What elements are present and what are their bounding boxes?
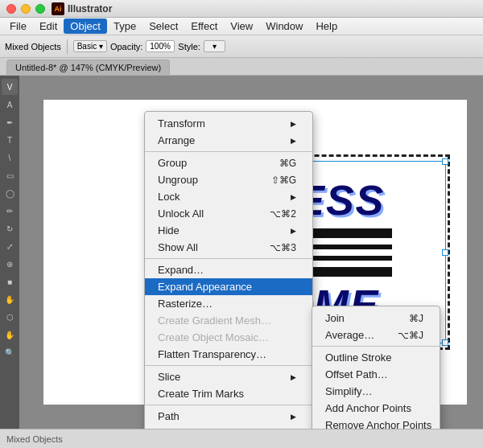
- join-shortcut: ⌘J: [409, 313, 423, 324]
- close-button[interactable]: [6, 4, 16, 14]
- unlock-all-label: Unlock All: [158, 208, 204, 220]
- menu-path[interactable]: Path: [145, 408, 312, 425]
- doc-tab-bar: Untitled-8* @ 147% (CMYK/Preview): [0, 58, 483, 76]
- path-offset-path[interactable]: Offset Path…: [312, 366, 440, 383]
- artboard-tool[interactable]: ⬡: [2, 309, 18, 325]
- gradient-tool[interactable]: ■: [2, 273, 18, 290]
- menu-effect[interactable]: Effect: [184, 18, 224, 34]
- mixed-objects-label: Mixed Objects: [5, 42, 61, 51]
- doc-tab[interactable]: Untitled-8* @ 147% (CMYK/Preview): [6, 60, 170, 75]
- sep2: [145, 258, 312, 259]
- menu-flatten-transparency[interactable]: Flatten Transparency…: [145, 346, 312, 363]
- join-label: Join: [325, 312, 345, 324]
- opacity-label: Opacity:: [110, 42, 142, 51]
- unlock-all-shortcut: ⌥⌘2: [270, 208, 296, 220]
- main-layout: V A ✒ T \ ▭ ◯ ✏ ↻ ⤢ ⊛ ■ ✋ ⬡ ✋ 🔍: [0, 76, 483, 429]
- maximize-button[interactable]: [35, 4, 45, 14]
- eyedropper-tool[interactable]: ✋: [2, 291, 18, 307]
- style-select[interactable]: ▾: [204, 40, 225, 52]
- path-submenu[interactable]: Join ⌘J Average… ⌥⌘J Outline Stroke Offs…: [312, 306, 440, 429]
- menu-expand-appearance[interactable]: Expand Appearance: [145, 278, 312, 295]
- path-sep1: [312, 346, 440, 347]
- line-tool[interactable]: \: [2, 150, 18, 166]
- menu-slice[interactable]: Slice: [145, 368, 312, 385]
- menu-select[interactable]: Select: [142, 18, 184, 34]
- toolbar-select-basic[interactable]: Basic ▾: [73, 40, 107, 52]
- ungroup-shortcut: ⇧⌘G: [271, 175, 296, 186]
- menu-expand[interactable]: Expand…: [145, 261, 312, 278]
- toolbar-divider-1: [67, 39, 68, 54]
- title-bar: Ai Illustrator: [0, 0, 483, 18]
- ellipse-tool[interactable]: ◯: [2, 185, 18, 201]
- type-tool[interactable]: T: [2, 132, 18, 148]
- path-simplify[interactable]: Simplify…: [312, 383, 440, 400]
- rotate-tool[interactable]: ↻: [2, 220, 18, 236]
- group-label: Group: [158, 157, 187, 169]
- menu-window[interactable]: Window: [259, 18, 309, 34]
- ai-logo-icon: Ai: [52, 2, 64, 15]
- menu-bar: File Edit Object Type Select Effect View…: [0, 18, 483, 35]
- average-shortcut: ⌥⌘J: [398, 330, 423, 341]
- path-join[interactable]: Join ⌘J: [312, 310, 440, 327]
- minimize-button[interactable]: [21, 4, 31, 14]
- opacity-value[interactable]: 100%: [146, 40, 175, 52]
- menu-create-trim-marks[interactable]: Create Trim Marks: [145, 385, 312, 402]
- app-title: Ai Illustrator: [52, 2, 112, 15]
- selection-tool[interactable]: V: [2, 79, 18, 95]
- canvas-area: ERPRESS WESOME Transform Arrange Group ⌘…: [19, 76, 483, 429]
- menu-pattern[interactable]: Pattern: [145, 425, 312, 429]
- menu-arrange[interactable]: Arrange: [145, 132, 312, 149]
- status-bar: Mixed Objects: [0, 429, 483, 448]
- app-name: Illustrator: [68, 3, 112, 14]
- menu-object[interactable]: Object: [64, 18, 107, 34]
- toolbox: V A ✒ T \ ▭ ◯ ✏ ↻ ⤢ ⊛ ■ ✋ ⬡ ✋ 🔍: [0, 76, 19, 429]
- path-average[interactable]: Average… ⌥⌘J: [312, 327, 440, 343]
- group-shortcut: ⌘G: [279, 158, 296, 169]
- menu-unlock-all[interactable]: Unlock All ⌥⌘2: [145, 205, 312, 222]
- show-all-label: Show All: [158, 241, 198, 253]
- menu-edit[interactable]: Edit: [33, 18, 64, 34]
- path-remove-anchor[interactable]: Remove Anchor Points: [312, 417, 440, 429]
- menu-group[interactable]: Group ⌘G: [145, 154, 312, 171]
- zoom-tool[interactable]: 🔍: [2, 344, 18, 360]
- menu-create-object-mosaic: Create Object Mosaic…: [145, 329, 312, 346]
- menu-ungroup[interactable]: Ungroup ⇧⌘G: [145, 171, 312, 188]
- menu-rasterize[interactable]: Rasterize…: [145, 295, 312, 312]
- show-all-shortcut: ⌥⌘3: [270, 242, 296, 253]
- menu-transform[interactable]: Transform: [145, 115, 312, 132]
- menu-view[interactable]: View: [224, 18, 259, 34]
- menu-file[interactable]: File: [3, 18, 33, 34]
- toolbar: Mixed Objects Basic ▾ Opacity: 100% Styl…: [0, 35, 483, 58]
- direct-selection-tool[interactable]: A: [2, 97, 18, 113]
- hand-tool[interactable]: ✋: [2, 327, 18, 343]
- menu-hide[interactable]: Hide: [145, 222, 312, 239]
- rectangle-tool[interactable]: ▭: [2, 167, 18, 183]
- average-label: Average…: [325, 329, 374, 341]
- window-controls: [6, 4, 45, 14]
- paintbrush-tool[interactable]: ✏: [2, 203, 18, 219]
- sep3: [145, 365, 312, 366]
- sep1: [145, 151, 312, 152]
- status-text: Mixed Objects: [6, 434, 63, 444]
- sep4: [145, 405, 312, 405]
- menu-lock[interactable]: Lock: [145, 188, 312, 205]
- warp-tool[interactable]: ⊛: [2, 256, 18, 272]
- menu-type[interactable]: Type: [107, 18, 142, 34]
- ungroup-label: Ungroup: [158, 174, 198, 186]
- menu-show-all[interactable]: Show All ⌥⌘3: [145, 239, 312, 256]
- menu-help[interactable]: Help: [309, 18, 344, 34]
- path-add-anchor[interactable]: Add Anchor Points: [312, 400, 440, 417]
- object-menu[interactable]: Transform Arrange Group ⌘G Ungroup ⇧⌘G L…: [144, 111, 313, 429]
- style-label: Style:: [178, 42, 200, 51]
- menu-create-gradient-mesh: Create Gradient Mesh…: [145, 312, 312, 329]
- scale-tool[interactable]: ⤢: [2, 238, 18, 254]
- pen-tool[interactable]: ✒: [2, 114, 18, 130]
- path-outline-stroke[interactable]: Outline Stroke: [312, 349, 440, 366]
